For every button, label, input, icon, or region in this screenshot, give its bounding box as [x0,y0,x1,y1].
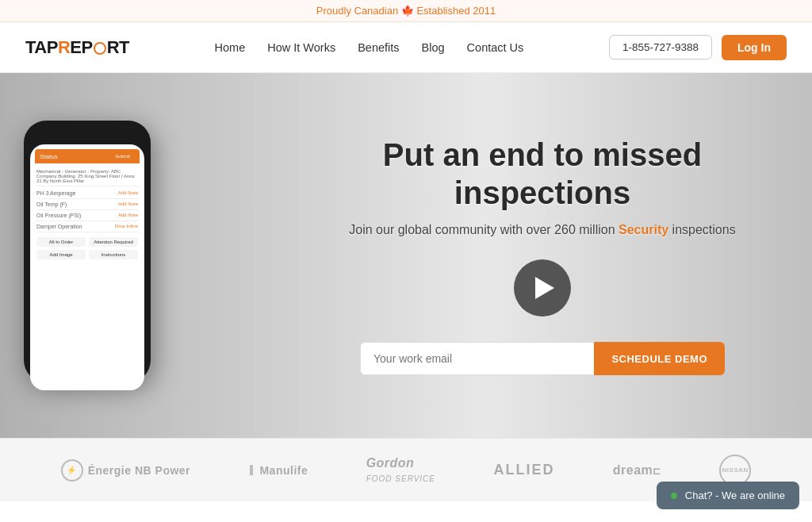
phone-row-2-label: Oil Temp (F) [36,202,67,207]
phone-outer: Status Submit Mechanical - Generator - P… [24,121,151,382]
hero-content: Put an end to missed inspections Join ou… [273,73,812,438]
phone-row-3-label: Oil Pressure (PSI) [36,213,81,218]
phone-mockup: Status Submit Mechanical - Generator - P… [0,97,167,430]
established-text: Established 2011 [416,5,496,17]
nav-benefits[interactable]: Benefits [358,41,399,54]
manulife-bars-icon: ⫿ [248,462,255,478]
phone-attention-required: Attention Required [89,237,138,247]
logo[interactable]: TAPREPRT [25,37,129,58]
hero-subtitle: Join our global community with over 260 … [349,223,735,237]
phone-row-1-label: PH 3 Amperage [36,190,75,196]
phone-submit-label: Submit [110,152,135,161]
chat-widget[interactable]: Chat? - We are online [657,482,799,509]
nav-contact[interactable]: Contact Us [467,41,524,54]
hero-section: Status Submit Mechanical - Generator - P… [0,73,812,438]
phone-row-1: PH 3 Amperage Add Note [36,188,138,199]
dream-label: dream⊏ [613,463,661,478]
phone-row-3-note: Add Note [118,213,138,218]
maple-icon: 🍁 [401,5,417,17]
nb-power-icon: ⚡ [61,459,83,482]
phone-all-in-order: All In Order [36,237,86,247]
banner-text: Proudly Canadian [316,5,398,17]
top-banner: Proudly Canadian 🍁 Established 2011 [0,0,812,22]
logo-allied: ALLIED [493,462,554,478]
phone-row-4-label: Damper Operation [36,224,82,229]
login-button[interactable]: Log In [722,35,787,60]
phone-notch [67,129,107,141]
phone-footer-options: All In Order Attention Required [36,237,138,247]
phone-content: Mechanical - Generator - Property: ABC C… [35,163,140,263]
phone-bottom-actions: Add Image Instructions [36,250,138,259]
logo-gordon: GordonFOOD SERVICE [366,456,435,485]
hero-title: Put an end to missed inspections [320,136,764,212]
phone-status-label: Status [40,153,58,160]
gordon-label: GordonFOOD SERVICE [366,456,435,485]
email-form: SCHEDULE DEMO [360,342,725,375]
phone-row-2-note: Add Note [118,202,138,207]
email-input[interactable] [360,342,594,375]
phone-row-4-note: Drop Inline [115,224,138,229]
header: TAPREPRT Home How It Works Benefits Blog… [0,22,812,73]
phone-row-4: Damper Operation Drop Inline [36,221,138,232]
schedule-demo-button[interactable]: SCHEDULE DEMO [594,342,725,375]
nav-how-it-works[interactable]: How It Works [267,41,335,54]
logo-manulife: ⫿ Manulife [248,462,308,478]
manulife-label: Manulife [259,464,308,477]
play-icon [535,277,554,299]
nb-power-label: Énergie NB Power [88,464,190,477]
phone-status-bar: Status Submit [35,149,140,163]
allied-label: ALLIED [493,462,554,478]
logo-nb-power: ⚡ Énergie NB Power [61,459,190,482]
phone-row-2: Oil Temp (F) Add Note [36,199,138,210]
hero-subtitle-highlight: Security [619,223,668,236]
phone-row-1-note: Add Note [118,190,138,196]
phone-add-image: Add Image [36,250,86,259]
logo-dream: dream⊏ [613,463,661,478]
phone-row-3: Oil Pressure (PSI) Add Note [36,210,138,221]
hero-subtitle-pre: Join our global community with over 260 … [349,223,619,236]
phone-instructions: Instructions [89,250,138,259]
main-nav: Home How It Works Benefits Blog Contact … [215,41,524,54]
phone-button[interactable]: 1-855-727-9388 [609,35,712,59]
play-button[interactable] [514,259,571,317]
phone-screen: Status Submit Mechanical - Generator - P… [30,144,144,390]
nav-blog[interactable]: Blog [422,41,445,54]
nav-home[interactable]: Home [215,41,246,54]
chat-online-indicator [671,493,677,499]
header-actions: 1-855-727-9388 Log In [609,35,787,60]
hero-subtitle-post: inspections [668,223,736,236]
phone-location: Mechanical - Generator - Property: ABC C… [36,167,138,186]
chat-label: Chat? - We are online [685,489,785,501]
